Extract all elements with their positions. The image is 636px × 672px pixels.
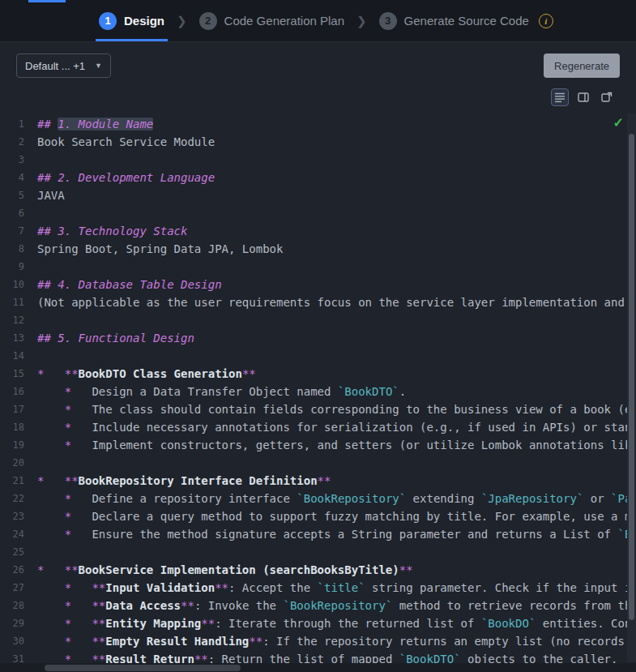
step-1-label: Design [124,14,164,28]
code-line[interactable]: 26* **BookService Implementation (search… [0,561,636,579]
line-number: 18 [0,418,37,436]
controls-row: Default ... +1 ▼ Regenerate [0,42,636,78]
expand-view-icon[interactable] [598,88,616,106]
regenerate-button[interactable]: Regenerate [544,54,620,78]
line-number: 19 [0,436,37,454]
split-view-icon[interactable] [574,88,592,106]
code-line[interactable]: 20 [0,454,636,472]
code-line-text: * **Empty Result Handling**: If the repo… [37,632,636,650]
line-number: 9 [0,258,37,276]
code-line-text: Spring Boot, Spring Data JPA, Lombok [37,240,283,258]
code-line[interactable]: 8Spring Boot, Spring Data JPA, Lombok [0,240,636,258]
line-number: 7 [0,222,37,240]
code-lines: 1## 1. Module Name2Book Search Service M… [0,113,636,668]
code-line[interactable]: 16 * Design a Data Transfer Object named… [0,383,636,400]
info-icon[interactable]: i [539,14,553,28]
code-line[interactable]: 27 * **Input Validation**: Accept the `t… [0,579,636,597]
list-view-icon[interactable] [551,88,569,106]
code-line[interactable]: 24 * Ensure the method signature accepts… [0,525,636,543]
code-line[interactable]: 7## 3. Technology Stack [0,222,636,240]
line-number: 4 [0,169,37,186]
code-line-text: * **BookService Implementation (searchBo… [37,561,413,579]
code-line[interactable]: 22 * Define a repository interface `Book… [0,490,636,507]
code-line-text: * **Data Access**: Invoke the `BookRepos… [37,597,636,614]
step-3-label: Generate Source Code [404,14,529,28]
code-line[interactable]: 17 * The class should contain fields cor… [0,400,636,418]
line-number: 6 [0,204,37,222]
line-number: 28 [0,597,37,614]
markdown-editor[interactable]: 1## 1. Module Name2Book Search Service M… [0,113,636,672]
line-number: 21 [0,472,37,490]
code-line[interactable]: 25 [0,543,636,561]
code-line-text: * Define a repository interface `BookRep… [37,490,636,507]
code-line-text: * Ensure the method signature accepts a … [37,525,636,543]
code-line-text: * **BookRepository Interface Definition*… [37,472,331,490]
horizontal-scrollbar-track[interactable] [0,663,636,672]
horizontal-scrollbar-thumb[interactable] [45,665,241,671]
model-dropdown-label: Default ... +1 [25,60,85,72]
model-dropdown[interactable]: Default ... +1 ▼ [16,54,111,78]
line-number: 15 [0,365,37,383]
code-line-text: * The class should contain fields corres… [37,400,636,418]
app-window: 1 Design ❯ 2 Code Generation Plan ❯ 3 Ge… [0,0,636,672]
code-line-text: JAVA [37,186,65,204]
line-number: 24 [0,525,37,543]
line-number: 10 [0,276,37,293]
step-1-number: 1 [99,12,117,30]
line-number: 30 [0,632,37,650]
accept-check-icon[interactable]: ✓ [613,117,624,130]
code-line[interactable]: 19 * Implement constructors, getters, an… [0,436,636,454]
code-line[interactable]: 10## 4. Database Table Design [0,276,636,293]
code-line[interactable]: 12 [0,311,636,329]
step-2-label: Code Generation Plan [224,14,344,28]
code-line[interactable]: 6 [0,204,636,222]
code-line[interactable]: 18 * Include necessary annotations for s… [0,418,636,436]
code-line-text: ## 2. Development Language [37,169,215,186]
code-line[interactable]: 4## 2. Development Language [0,169,636,186]
code-line[interactable]: 3 [0,151,636,169]
code-line[interactable]: 15* **BookDTO Class Generation** [0,365,636,383]
line-number: 13 [0,329,37,347]
chevron-down-icon: ▼ [95,62,102,70]
step-3-number: 3 [379,12,397,30]
line-number: 17 [0,400,37,418]
line-number: 25 [0,543,37,561]
vertical-scrollbar-thumb[interactable] [629,134,634,620]
code-line[interactable]: 21* **BookRepository Interface Definitio… [0,472,636,490]
code-line-text: ## 4. Database Table Design [37,276,222,293]
code-line[interactable]: 5JAVA [0,186,636,204]
line-number: 23 [0,507,37,525]
code-line[interactable]: 13## 5. Functional Design [0,329,636,347]
line-number: 26 [0,561,37,579]
line-number: 8 [0,240,37,258]
code-line[interactable]: 1## 1. Module Name [0,115,636,133]
code-line[interactable]: 30 * **Empty Result Handling**: If the r… [0,632,636,650]
code-line[interactable]: 23 * Declare a query method to support f… [0,507,636,525]
code-line-text: ## 1. Module Name [37,115,153,133]
step-generate-source-code[interactable]: 3 Generate Source Code [376,0,532,41]
code-line[interactable]: 9 [0,258,636,276]
code-line-text: * Design a Data Transfer Object named `B… [37,383,406,400]
view-toolbar [0,78,636,111]
stepper-header: 1 Design ❯ 2 Code Generation Plan ❯ 3 Ge… [0,0,636,42]
code-line-text: * Declare a query method to support fuzz… [37,507,636,525]
code-line-text: ## 3. Technology Stack [37,222,187,240]
code-line[interactable]: 14 [0,347,636,365]
code-line[interactable]: 11(Not applicable as the user requiremen… [0,293,636,311]
line-number: 29 [0,614,37,632]
line-number: 16 [0,383,37,400]
line-number: 27 [0,579,37,597]
code-line[interactable]: 28 * **Data Access**: Invoke the `BookRe… [0,597,636,614]
top-accent-bar [28,0,66,2]
code-line[interactable]: 2Book Search Service Module [0,133,636,151]
step-design[interactable]: 1 Design [96,0,168,41]
line-number: 12 [0,311,37,329]
code-line[interactable]: 29 * **Entity Mapping**: Iterate through… [0,614,636,632]
line-number: 11 [0,293,37,311]
vertical-scrollbar-track[interactable] [627,113,636,662]
line-number: 2 [0,133,37,151]
code-line-text: * **BookDTO Class Generation** [37,365,256,383]
step-code-generation-plan[interactable]: 2 Code Generation Plan [196,0,348,41]
code-line-text: Book Search Service Module [37,133,215,151]
step-2-number: 2 [199,12,217,30]
